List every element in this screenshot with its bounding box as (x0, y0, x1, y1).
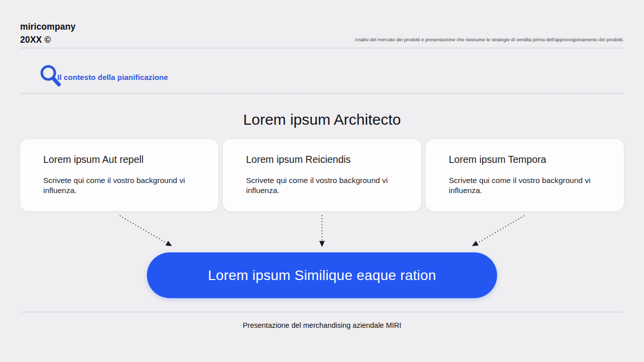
card-body: Scrivete qui come il vostro background v… (246, 175, 398, 196)
topic-divider (20, 93, 624, 94)
diagram-title: Lorem ipsum Architecto (0, 111, 644, 128)
company-year: 20XX © (20, 33, 75, 46)
arrow-right (473, 216, 524, 245)
company-name: miricompany (20, 20, 75, 33)
card-title: Lorem ipsum Tempora (449, 154, 601, 165)
slide: miricompany 20XX © Analisi del mercato d… (0, 0, 644, 362)
topic-label: Il contesto della pianificazione (57, 73, 168, 81)
arrow-left (120, 216, 171, 245)
result-pill: Lorem ipsum Similique eaque ration (147, 252, 497, 298)
card-reiciendis: Lorem ipsum Reiciendis Scrivete qui come… (223, 139, 421, 211)
header-divider (20, 47, 624, 49)
card-aut-repell: Lorem ipsum Aut repell Scrivete qui come… (20, 139, 218, 211)
card-body: Scrivete qui come il vostro background v… (449, 175, 601, 196)
cards-row: Lorem ipsum Aut repell Scrivete qui come… (20, 139, 624, 211)
footer-caption: Presentazione del merchandising aziendal… (0, 321, 644, 329)
footer-divider (20, 311, 624, 313)
card-title: Lorem ipsum Aut repell (43, 154, 195, 165)
card-title: Lorem ipsum Reiciendis (246, 154, 398, 165)
card-body: Scrivete qui come il vostro background v… (43, 175, 195, 196)
flow-arrows (0, 211, 644, 254)
header-tagline: Analisi del mercato dei prodotti e prese… (355, 37, 624, 42)
company-logo: miricompany 20XX © (20, 20, 75, 46)
card-tempora: Lorem ipsum Tempora Scrivete qui come il… (426, 139, 624, 211)
